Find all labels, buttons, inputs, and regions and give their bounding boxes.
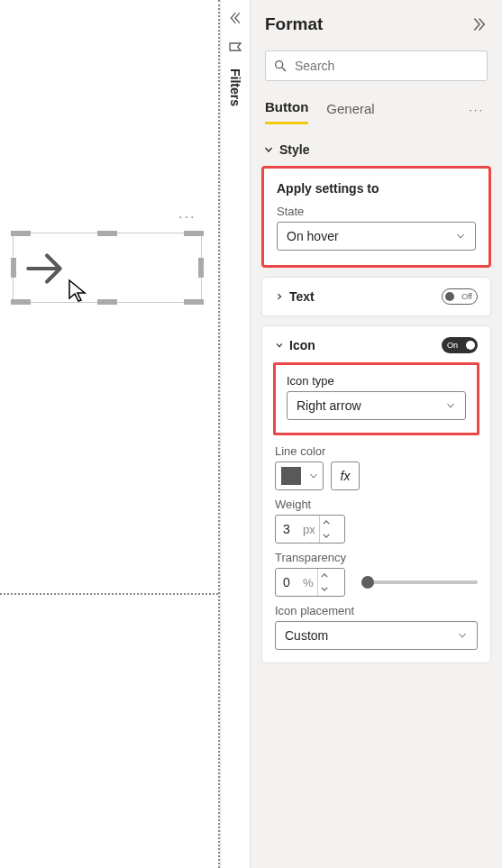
resize-handle[interactable]	[11, 231, 31, 236]
line-color-picker[interactable]	[275, 461, 324, 490]
chevron-down-icon	[445, 400, 456, 411]
search-input[interactable]	[295, 59, 479, 73]
tab-button[interactable]: Button	[265, 94, 308, 124]
transparency-label: Transparency	[275, 551, 478, 564]
cursor-icon	[68, 279, 89, 304]
chevron-down-icon	[455, 231, 466, 242]
widget-context-dots-icon[interactable]: ···	[178, 209, 196, 225]
weight-value: 3	[283, 522, 299, 536]
chevron-down-icon	[323, 534, 330, 538]
state-value: On hover	[287, 229, 339, 243]
fx-button[interactable]: fx	[331, 461, 360, 490]
transparency-block: Transparency 0 %	[275, 551, 478, 597]
weight-block: Weight 3 px	[275, 498, 478, 544]
text-toggle-label: Off	[461, 292, 472, 301]
svg-line-1	[282, 68, 286, 71]
icon-type-select[interactable]: Right arrow	[287, 391, 466, 420]
resize-handle[interactable]	[184, 299, 204, 305]
weight-input[interactable]: 3 px	[275, 515, 345, 544]
chevron-down-icon	[321, 587, 328, 591]
collapse-filters-icon[interactable]	[228, 11, 242, 25]
resize-handle[interactable]	[11, 299, 31, 305]
icon-type-label: Icon type	[287, 374, 466, 388]
chevron-down-icon	[263, 144, 274, 155]
weight-label: Weight	[275, 498, 478, 511]
filters-label[interactable]: Filters	[228, 69, 242, 106]
color-swatch	[281, 467, 301, 485]
icon-toggle[interactable]: On	[442, 337, 478, 353]
resize-handle[interactable]	[184, 231, 204, 236]
resize-handle[interactable]	[97, 231, 117, 236]
right-arrow-icon	[23, 246, 68, 291]
transparency-unit: %	[303, 576, 314, 589]
apply-settings-title: Apply settings to	[277, 181, 476, 196]
text-toggle[interactable]: Off	[442, 288, 478, 305]
chevron-down-icon	[457, 630, 468, 641]
search-icon	[273, 59, 288, 73]
chevron-down-icon	[275, 341, 284, 350]
transparency-slider[interactable]	[361, 580, 478, 584]
weight-unit: px	[303, 523, 315, 536]
icon-title: Icon	[289, 338, 315, 352]
chevron-up-icon	[323, 520, 330, 525]
line-color-block: Line color fx	[275, 444, 478, 490]
resize-handle[interactable]	[11, 258, 16, 278]
pane-header: Format	[251, 0, 502, 50]
canvas-region[interactable]: ···	[0, 0, 218, 595]
pane-body: Style Apply settings to State On hover T…	[251, 124, 502, 868]
resize-handle[interactable]	[97, 299, 117, 305]
bookmark-icon[interactable]	[228, 40, 242, 54]
format-pane: Format Button General ··· Style Apply se…	[251, 0, 502, 868]
search-row	[251, 50, 502, 94]
icon-card: Icon On Icon type Right arrow Line color	[261, 325, 491, 663]
spin-up-button[interactable]	[318, 569, 332, 582]
search-box[interactable]	[265, 50, 488, 81]
chevron-down-icon	[308, 471, 319, 481]
pane-title: Format	[265, 14, 323, 34]
state-select[interactable]: On hover	[277, 222, 476, 251]
chevron-right-icon	[275, 292, 284, 301]
icon-placement-select[interactable]: Custom	[275, 621, 478, 650]
slider-thumb[interactable]	[361, 576, 374, 589]
apply-settings-card: Apply settings to State On hover	[261, 166, 491, 268]
section-style-header[interactable]: Style	[258, 133, 495, 166]
resize-handle[interactable]	[198, 258, 204, 278]
chevron-up-icon	[321, 573, 328, 578]
icon-toggle-label: On	[447, 341, 458, 350]
spin-up-button[interactable]	[320, 516, 333, 529]
icon-card-toggle-header[interactable]: Icon	[275, 338, 315, 352]
icon-placement-label: Icon placement	[275, 604, 478, 617]
text-card-toggle-header[interactable]: Text	[275, 289, 315, 304]
format-tabs: Button General ···	[251, 94, 502, 124]
tabs-overflow-icon[interactable]: ···	[469, 103, 488, 116]
icon-placement-value: Custom	[285, 628, 328, 643]
icon-type-block: Icon type Right arrow	[273, 362, 479, 435]
tab-general[interactable]: General	[326, 96, 374, 123]
filters-strip: Filters	[220, 0, 251, 868]
transparency-value: 0	[283, 575, 299, 589]
text-card: Text Off	[261, 277, 491, 316]
state-label: State	[277, 205, 476, 218]
canvas-area: ···	[0, 0, 220, 868]
transparency-input[interactable]: 0 %	[275, 568, 345, 597]
svg-point-0	[276, 61, 283, 69]
button-widget[interactable]	[13, 233, 202, 303]
line-color-label: Line color	[275, 444, 478, 458]
section-style-title: Style	[279, 142, 309, 157]
icon-type-value: Right arrow	[297, 398, 361, 413]
spin-down-button[interactable]	[320, 529, 333, 543]
icon-placement-block: Icon placement Custom	[275, 604, 478, 650]
spin-down-button[interactable]	[318, 582, 332, 596]
text-title: Text	[289, 289, 315, 304]
fx-label: fx	[341, 469, 351, 483]
expand-pane-icon[interactable]	[471, 16, 488, 32]
